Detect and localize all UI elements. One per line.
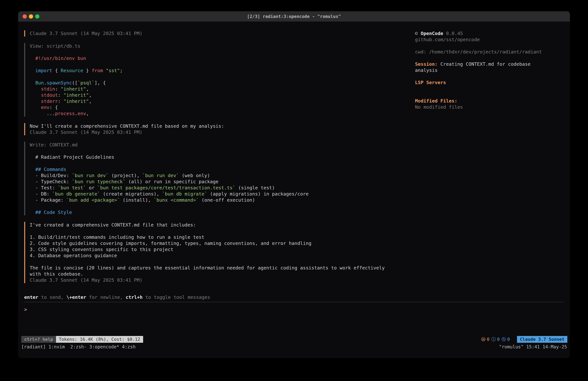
text-token: # Radiant Project Guidelines: [30, 154, 114, 160]
chat-line: with this codebase.: [30, 271, 415, 277]
blank-line: [30, 74, 415, 80]
info-icon: ⓘ: [491, 336, 496, 342]
text-token: ,: [89, 92, 92, 98]
model-badge[interactable]: Claude 3.7 Sonnet: [517, 336, 567, 343]
text-token: (all) or run in specific package: [126, 179, 218, 184]
text-token: (one-off execution): [199, 197, 255, 203]
window-title: [2/3] radiant:3:opencode - "romulus": [247, 13, 341, 20]
text-token: `bun test packages/core/test/transaction…: [97, 185, 235, 190]
chat-line: - TypeCheck: `bun run typecheck` (all) o…: [30, 179, 415, 185]
chat-line: 3. CSS styling conventions specific to t…: [30, 246, 415, 252]
text-token: stdin: [30, 86, 55, 92]
text-token: `bun test`: [58, 185, 86, 190]
text-token: (web only): [179, 173, 210, 178]
chat-line: ...process.env,: [30, 111, 415, 116]
chat-part-assistant-message: Now I'll create a comprehensive CONTEXT.…: [24, 123, 415, 135]
text-token: 1. Build/lint/test commands including ho…: [30, 234, 205, 240]
text-token: - TypeCheck:: [30, 179, 72, 184]
warning-count: 0: [487, 336, 489, 342]
text-token: "inherit": [61, 86, 86, 92]
repo-url: github.com/sst/opencode: [415, 37, 564, 43]
text-token: Resource: [61, 68, 83, 73]
text-token: }: [83, 68, 92, 73]
chat-line: Claude 3.7 Sonnet (14 May 2025 03:41 PM): [30, 129, 415, 135]
status-bar: ctrl+? help Tokens: 16.4K (8%), Cost: $0…: [18, 336, 570, 343]
chat-line: 4. Database operations guidance: [30, 252, 415, 259]
blank-line: [30, 160, 415, 166]
tmux-session-info: "romulus" 15:41 14-May-25: [499, 344, 567, 350]
modified-files-empty: No modified files: [415, 104, 564, 110]
terminal-window: [2/3] radiant:3:opencode - "romulus" Cla…: [18, 11, 570, 358]
app-title-line: © OpenCode 0.0.45: [415, 30, 564, 37]
chat-line: Claude 3.7 Sonnet (14 May 2025 03:41 PM): [30, 30, 415, 37]
cwd-line: cwd: /home/thdxr/dev/projects/radiant/ra…: [415, 49, 564, 55]
text-token: "sst": [106, 68, 120, 73]
close-button[interactable]: [22, 14, 27, 19]
text-token: `bun run typecheck`: [72, 179, 126, 184]
text-token: [103, 68, 106, 73]
chat-line: Claude 3.7 Sonnet (14 May 2025 03:41 PM): [30, 277, 415, 283]
warning-diagnostic: Ⓦ0: [481, 336, 489, 342]
text-token: spawnSync: [47, 80, 72, 86]
chat-line: ## Code Style: [30, 209, 415, 215]
blank-line: [30, 61, 415, 67]
spacer: [415, 43, 564, 49]
chat-line: stderr: "inherit",: [30, 98, 415, 104]
chat-line: - Build/Dev: `bun run dev` (project), `b…: [30, 172, 415, 179]
session-title: Creating CONTEXT.md for codebase: [438, 61, 530, 67]
text-token: 2. Code style guidelines covering import…: [30, 241, 312, 246]
editor-divider: [24, 302, 564, 302]
chat-messages[interactable]: Claude 3.7 Sonnet (14 May 2025 03:41 PM)…: [24, 30, 415, 294]
chat-part-assistant-message: I've created a comprehensive CONTEXT.md …: [24, 222, 415, 283]
text-token: `bun run dev`: [142, 173, 179, 178]
spacer: [415, 86, 564, 92]
chat-part-tool-view: View: script/db.ts #!/usr/bin/env bun im…: [24, 43, 415, 116]
chat-line: Bun.spawnSync([`psql`], {: [30, 80, 415, 86]
blank-line: [30, 148, 415, 154]
text-token: - Build/Dev:: [30, 173, 72, 178]
content-area: Claude 3.7 Sonnet (14 May 2025 03:41 PM)…: [18, 22, 570, 294]
text-token: 4. Database operations guidance: [30, 253, 117, 258]
text-token: - Test:: [30, 185, 58, 190]
lsp-servers-header: LSP Servers: [415, 79, 564, 86]
text-token: or: [86, 185, 97, 190]
minimize-button[interactable]: [29, 14, 33, 19]
text-token: "inherit": [63, 98, 89, 104]
chat-line: The file is concise (20 lines) and captu…: [30, 265, 415, 271]
chat-line: Write: CONTEXT.md: [30, 142, 415, 148]
chat-line: I've created a comprehensive CONTEXT.md …: [30, 222, 415, 228]
text-token: env: [78, 111, 86, 116]
chat-line: View: script/db.ts: [30, 43, 415, 49]
text-token: (project),: [109, 173, 143, 178]
blank-line: [30, 49, 415, 55]
editor-area: enter to send, \+enter for newline, ctrl…: [18, 294, 570, 336]
text-token: `bun db generate`: [52, 191, 100, 197]
chat-line: - DB: `bun db generate` (create migratio…: [30, 191, 415, 197]
text-token: .: [75, 111, 78, 116]
chat-line: stdin: "inherit",: [30, 86, 415, 92]
help-badge[interactable]: ctrl+? help: [21, 336, 56, 343]
spacer: [415, 92, 564, 98]
sidebar: © OpenCode 0.0.45 github.com/sst/opencod…: [415, 30, 564, 294]
text-token: ## Code Style: [30, 210, 72, 215]
text-token: enter: [24, 294, 38, 300]
text-token: ], {: [95, 80, 106, 86]
text-token: :: [58, 92, 63, 98]
session-title-wrap: analysis: [415, 67, 564, 73]
session-line: Session: Creating CONTEXT.md for codebas…: [415, 61, 564, 67]
text-token: .: [44, 80, 46, 86]
prompt-input[interactable]: >: [24, 306, 564, 313]
text-token: Now I'll create a comprehensive CONTEXT.…: [30, 123, 224, 129]
text-token: ,: [89, 98, 92, 104]
tokens-cost-badge: Tokens: 16.4K (8%), Cost: $0.12: [56, 336, 143, 343]
zoom-button[interactable]: [35, 14, 39, 19]
chat-line: stdout: "inherit",: [30, 92, 415, 98]
text-token: ...: [30, 111, 55, 116]
chat-line: - Test: `bun test` or `bun test packages…: [30, 185, 415, 191]
text-token: (install),: [120, 197, 154, 203]
text-token: process: [55, 111, 75, 116]
tmux-window-list: [radiant] 1:nvim 2:zsh- 3:opencode* 4:zs…: [21, 344, 136, 350]
opencode-logo-icon: ©: [415, 31, 421, 36]
text-token: ;: [120, 68, 123, 73]
text-token: `bun db migrate`: [162, 191, 207, 197]
